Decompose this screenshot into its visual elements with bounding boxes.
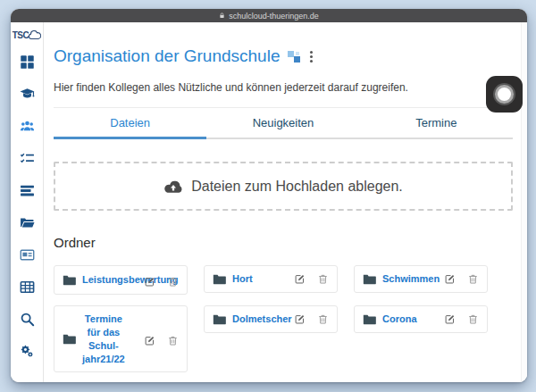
delete-folder-button[interactable] bbox=[317, 313, 329, 325]
folder-main: Hort bbox=[213, 272, 294, 286]
tab-neuigkeiten[interactable]: Neuigkeiten bbox=[206, 108, 359, 139]
main-content: Organisation der Grundschule Hier finden… bbox=[44, 22, 527, 382]
edit-folder-button[interactable] bbox=[294, 313, 306, 325]
dropzone-label: Dateien zum Hochladen ablegen. bbox=[191, 179, 403, 195]
browser-titlebar: schulcloud-thueringen.de bbox=[11, 9, 527, 22]
sidebar-item-calendar[interactable] bbox=[20, 279, 35, 295]
page-subtitle: Hier finden Kollegen alles Nützliche und… bbox=[54, 81, 513, 94]
folder-icon bbox=[213, 313, 226, 325]
edit-folder-button[interactable] bbox=[444, 313, 456, 325]
folder-icon bbox=[363, 273, 376, 285]
sidebar-item-teams[interactable] bbox=[20, 119, 35, 134]
folder-actions bbox=[294, 313, 329, 325]
kebab-menu-icon[interactable] bbox=[308, 49, 314, 64]
page-header: Organisation der Grundschule bbox=[54, 46, 513, 66]
sidebar-item-news[interactable] bbox=[20, 183, 35, 198]
delete-folder-button[interactable] bbox=[467, 273, 479, 285]
team-color-icon bbox=[288, 50, 300, 63]
sidebar-item-settings[interactable] bbox=[20, 344, 35, 359]
folder-actions bbox=[444, 313, 479, 325]
delete-folder-button[interactable] bbox=[317, 273, 329, 285]
sidebar-item-dashboard[interactable] bbox=[20, 54, 35, 70]
cloud-upload-icon bbox=[163, 179, 183, 194]
folder-grid: Leistungsbewertung Hort Schwimmen Termin… bbox=[54, 265, 513, 372]
delete-folder-button[interactable] bbox=[167, 335, 179, 346]
folder-card: Schwimmen bbox=[354, 265, 488, 293]
sidebar-item-files[interactable] bbox=[20, 215, 35, 230]
edit-folder-button[interactable] bbox=[144, 276, 155, 288]
app-logo[interactable]: TSC bbox=[13, 30, 42, 40]
folder-actions bbox=[294, 273, 329, 285]
folder-name-link[interactable]: Corona bbox=[382, 313, 417, 326]
folders-heading: Ordner bbox=[54, 235, 513, 250]
folder-name-link[interactable]: Dolmetscher bbox=[232, 313, 292, 326]
edit-folder-button[interactable] bbox=[294, 273, 306, 285]
folder-main: Schwimmen bbox=[363, 272, 444, 286]
cloud-logo-icon bbox=[28, 30, 41, 40]
sidebar-item-tasks[interactable] bbox=[20, 151, 35, 166]
folder-actions bbox=[444, 273, 479, 285]
folder-icon bbox=[363, 313, 376, 325]
edit-folder-button[interactable] bbox=[144, 335, 155, 346]
folder-actions bbox=[63, 335, 179, 346]
folder-name-link[interactable]: Hort bbox=[232, 272, 253, 286]
sidebar: TSC bbox=[11, 22, 44, 382]
lock-icon bbox=[219, 12, 225, 20]
browser-window: schulcloud-thueringen.de TSC Organisatio… bbox=[11, 9, 527, 382]
page-title: Organisation der Grundschule bbox=[54, 46, 280, 66]
edit-folder-button[interactable] bbox=[444, 273, 456, 285]
delete-folder-button[interactable] bbox=[167, 276, 179, 288]
folder-card: Hort bbox=[204, 265, 338, 293]
app-body: TSC Organisation der Grundschule Hier fi… bbox=[11, 22, 527, 382]
delete-folder-button[interactable] bbox=[467, 313, 479, 325]
sidebar-item-lernstore[interactable] bbox=[20, 247, 35, 263]
sidebar-nav bbox=[20, 54, 35, 359]
sidebar-item-search[interactable] bbox=[20, 312, 35, 327]
screen-recording-indicator[interactable] bbox=[486, 76, 523, 113]
record-dot bbox=[498, 88, 511, 101]
folder-main: Dolmetscher bbox=[213, 313, 294, 326]
folder-card: Termine für das Schul-jahr21/22 bbox=[54, 305, 188, 372]
folder-card: Corona bbox=[354, 305, 488, 333]
url-text[interactable]: schulcloud-thueringen.de bbox=[229, 12, 319, 21]
folder-icon bbox=[213, 273, 226, 285]
folder-actions bbox=[63, 276, 179, 288]
file-dropzone[interactable]: Dateien zum Hochladen ablegen. bbox=[54, 162, 513, 211]
tab-termine[interactable]: Termine bbox=[360, 108, 513, 139]
folder-name-link[interactable]: Schwimmen bbox=[382, 272, 440, 286]
tab-dateien[interactable]: Dateien bbox=[54, 108, 206, 139]
folder-main: Corona bbox=[363, 313, 444, 326]
sidebar-item-courses[interactable] bbox=[20, 87, 35, 102]
folder-card: Dolmetscher bbox=[204, 305, 338, 333]
logo-text: TSC bbox=[13, 30, 29, 40]
folder-card: Leistungsbewertung bbox=[54, 265, 188, 295]
tab-bar: DateienNeuigkeitenTermine bbox=[54, 107, 513, 139]
